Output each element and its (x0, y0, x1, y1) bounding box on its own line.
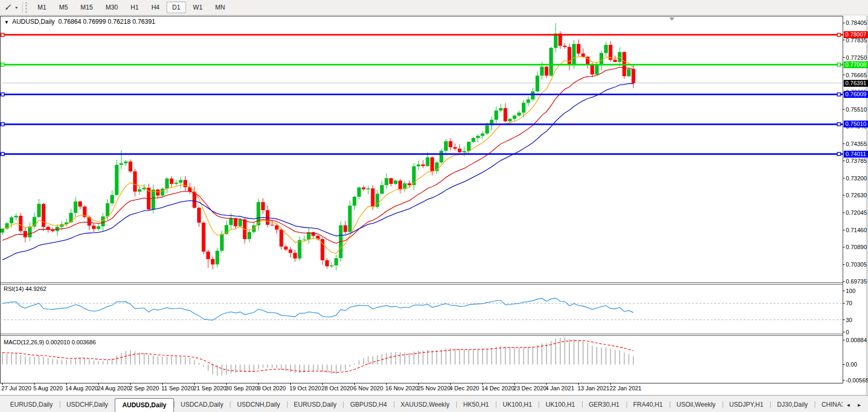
line-endpoint-marker[interactable] (1, 123, 4, 126)
toolbar-grip-handle[interactable] (25, 2, 27, 13)
candle-body (517, 113, 521, 116)
line-endpoint-marker[interactable] (837, 152, 841, 155)
rsi-tick-label: 30 (846, 317, 852, 323)
candle-body (106, 203, 109, 216)
candle-body (366, 188, 370, 189)
candlesticks (1, 23, 635, 271)
candle-body (73, 202, 77, 213)
line-endpoint-marker[interactable] (1, 93, 4, 96)
chart-tab-fra40-h1[interactable]: FRA40,H1 (626, 398, 670, 412)
rsi-tick-label: 0 (846, 329, 849, 335)
chart-title-dropdown-icon[interactable]: ▼ (4, 20, 9, 25)
chart-tab-uk100-h1[interactable]: UK100,H1 (496, 398, 539, 412)
candle-body (261, 202, 265, 210)
line-endpoint-marker[interactable] (837, 33, 841, 36)
date-tick-label: 4 Jan 2021 (546, 385, 574, 391)
chart-tab-audusd-daily[interactable]: AUDUSD,Daily (115, 398, 173, 412)
chart-tab-usdchf-daily[interactable]: USDCHF,Daily (60, 398, 115, 412)
candle-body (540, 67, 544, 76)
line-endpoint-marker[interactable] (837, 93, 841, 96)
line-endpoint-marker[interactable] (1, 152, 4, 155)
candle-body (348, 206, 352, 232)
draw-tool-button[interactable]: ▾ (2, 2, 20, 13)
candle-body (417, 164, 420, 166)
line-endpoint-marker[interactable] (837, 63, 841, 66)
candle-body (128, 161, 132, 171)
line-endpoint-marker[interactable] (1, 63, 4, 66)
candle-body (485, 125, 489, 133)
date-tick-label: 9 Oct 2020 (257, 385, 286, 391)
slow-ma-line[interactable] (3, 84, 634, 260)
timeframe-button-d1[interactable]: D1 (167, 2, 186, 13)
date-tick-label: 5 Aug 2020 (33, 385, 63, 391)
candle-body (216, 251, 219, 264)
line-endpoint-marker[interactable] (1, 33, 4, 36)
candle-body (399, 181, 402, 189)
candle-body (463, 151, 466, 152)
timeframe-button-m30[interactable]: M30 (100, 2, 124, 13)
tab-scroll-arrows: ◄ ► (843, 398, 868, 412)
chart-tab-usdcnh-daily[interactable]: USDCNH,Daily (230, 398, 287, 412)
timeframe-button-m1[interactable]: M1 (32, 2, 52, 13)
chart-tab-eurusd-daily[interactable]: EURUSD,Daily (287, 398, 344, 412)
tab-scroll-right-icon[interactable]: ► (854, 400, 865, 410)
candle-body (138, 189, 142, 192)
timeframe-button-mn[interactable]: MN (209, 2, 231, 13)
date-tick-label: 30 Sep 2020 (225, 385, 258, 391)
chart-tabs: EURUSD,DailyUSDCHF,DailyAUDUSD,DailyUSDC… (3, 398, 843, 412)
candle-body (197, 208, 201, 223)
macd-tick-label: -0.005651 (846, 377, 868, 383)
timeframe-button-m15[interactable]: M15 (75, 2, 98, 13)
candle-body (92, 226, 96, 229)
chart-tab-usdjpy-h1[interactable]: USDJPY,H1 (723, 398, 770, 412)
candle-body (426, 158, 429, 166)
chart-tab-ger30-h1[interactable]: GER30,H1 (582, 398, 626, 412)
price-level-badge: 0.77008 (844, 61, 868, 68)
candle-body (165, 179, 169, 189)
chart-tab-gbpusd-h4[interactable]: GBPUSD,H4 (343, 398, 393, 412)
chart-tab-uk100-h1[interactable]: UK100,H1 (539, 398, 581, 412)
rsi-indicator-label: RSI(14) 44.9262 (4, 286, 47, 292)
timeframe-button-w1[interactable]: W1 (187, 2, 208, 13)
price-tick-label: 0.71460 (846, 227, 867, 233)
candle-body (481, 133, 484, 136)
chart-tab-eurusd-daily[interactable]: EURUSD,Daily (3, 398, 60, 412)
chart-tab-dj30-daily[interactable]: DJ30,Daily (770, 398, 815, 412)
timeframe-button-h4[interactable]: H4 (145, 2, 165, 13)
chart-tab-usdcad-daily[interactable]: USDCAD,Daily (174, 398, 230, 412)
price-tick-label: 0.73785 (846, 158, 867, 164)
candle-body (412, 166, 416, 185)
chart-tab-hk50-h1[interactable]: HK50,H1 (456, 398, 496, 412)
tab-scroll-left-icon[interactable]: ◄ (843, 400, 854, 410)
candle-body (229, 218, 233, 225)
macd-tick-label: 0.00 (846, 361, 857, 368)
line-endpoint-marker[interactable] (837, 123, 841, 126)
candle-body (28, 226, 32, 237)
chart-tab-china300-h1[interactable]: CHINA300,H1 (815, 398, 843, 412)
chart-title: ▼AUDUSD,Daily 0.76864 0.76999 0.76218 0.… (4, 18, 155, 25)
date-tick-label: 13 Jan 2021 (577, 385, 610, 391)
candle-body (449, 141, 453, 147)
chart-window[interactable]: ▼AUDUSD,Daily 0.76864 0.76999 0.76218 0.… (0, 16, 868, 395)
date-tick-label: 25 Nov 2020 (418, 385, 450, 391)
date-tick-label: 14 Aug 2020 (66, 385, 98, 391)
candle-body (119, 163, 123, 165)
candle-body (51, 230, 54, 231)
chart-tab-xauusd-weekly[interactable]: XAUUSD,Weekly (394, 398, 456, 412)
chart-tab-usoil-weekly[interactable]: USOil,Weekly (670, 398, 723, 412)
candle-body (599, 53, 603, 65)
timeframe-button-h1[interactable]: H1 (125, 2, 144, 13)
candle-body (572, 44, 576, 65)
candle-body (238, 219, 242, 226)
candle-body (280, 230, 283, 246)
date-tick-label: 14 Dec 2020 (482, 385, 514, 391)
rsi-tick-label: 100 (846, 288, 855, 294)
mid-ma-line[interactable] (3, 67, 634, 243)
price-level-badge: 0.78007 (844, 31, 868, 38)
candle-body (170, 179, 173, 184)
macd-indicator-label: MACD(12,26,9) 0.002010 0.003686 (4, 339, 96, 345)
timeframe-button-m5[interactable]: M5 (53, 2, 74, 13)
date-tick-label: 11 Sep 2020 (161, 385, 194, 391)
chart-shift-marker-icon[interactable] (669, 17, 675, 21)
chart-canvas[interactable] (0, 16, 868, 395)
